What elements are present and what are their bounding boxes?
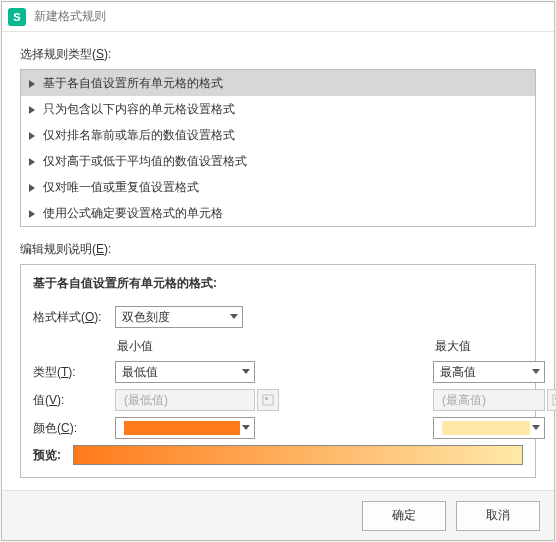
svg-marker-0 bbox=[29, 80, 35, 88]
rule-type-item[interactable]: 仅对唯一值或重复值设置格式 bbox=[21, 174, 535, 200]
rule-type-label-key: S bbox=[96, 47, 104, 61]
type-min-value: 最低值 bbox=[122, 364, 158, 381]
type-max-combo[interactable]: 最高值 bbox=[433, 361, 545, 383]
type-max-value: 最高值 bbox=[440, 364, 476, 381]
color-label-suffix: ): bbox=[70, 421, 77, 435]
svg-marker-3 bbox=[29, 158, 35, 166]
preview-label: 预览: bbox=[33, 447, 73, 464]
columns-header: 最小值 最大值 bbox=[33, 338, 523, 355]
value-max-field bbox=[440, 392, 540, 408]
new-format-rule-dialog: S 新建格式规则 选择规则类型(S): 基于各自值设置所有单元格的格式只为包含以… bbox=[1, 1, 555, 541]
chevron-down-icon bbox=[242, 369, 250, 375]
svg-marker-5 bbox=[29, 210, 35, 218]
svg-marker-6 bbox=[230, 314, 238, 319]
rule-type-item-label: 仅对高于或低于平均值的数值设置格式 bbox=[43, 153, 247, 170]
color-label-prefix: 颜色( bbox=[33, 421, 61, 435]
chevron-down-icon bbox=[532, 369, 540, 375]
edit-rule-panel: 基于各自值设置所有单元格的格式: 格式样式(O): 双色刻度 最小值 最大值 bbox=[20, 264, 536, 478]
chevron-down-icon bbox=[230, 314, 238, 320]
type-label: 类型(T): bbox=[33, 364, 115, 381]
range-picker-icon bbox=[552, 394, 556, 406]
edit-desc-label-key: E bbox=[96, 242, 104, 256]
format-style-label-prefix: 格式样式( bbox=[33, 310, 85, 324]
app-logo-icon: S bbox=[8, 8, 26, 26]
chevron-down-icon bbox=[532, 425, 540, 431]
svg-marker-8 bbox=[532, 369, 540, 374]
value-min-input bbox=[115, 389, 255, 411]
rule-type-item-label: 基于各自值设置所有单元格的格式 bbox=[43, 75, 223, 92]
format-style-label-suffix: ): bbox=[94, 310, 101, 324]
chevron-down-icon bbox=[242, 425, 250, 431]
dialog-content: 选择规则类型(S): 基于各自值设置所有单元格的格式只为包含以下内容的单元格设置… bbox=[2, 32, 554, 490]
color-min-combo[interactable] bbox=[115, 417, 255, 439]
rule-type-item-label: 仅对排名靠前或靠后的数值设置格式 bbox=[43, 127, 235, 144]
triangle-right-icon bbox=[29, 80, 35, 86]
triangle-right-icon bbox=[29, 210, 35, 216]
value-min-field bbox=[122, 392, 250, 408]
color-label-key: C bbox=[61, 421, 70, 435]
edit-desc-label: 编辑规则说明(E): bbox=[20, 241, 536, 258]
rule-type-item[interactable]: 基于各自值设置所有单元格的格式 bbox=[21, 70, 535, 96]
cancel-button[interactable]: 取消 bbox=[456, 501, 540, 531]
format-style-row: 格式样式(O): 双色刻度 bbox=[33, 304, 523, 330]
rule-type-item[interactable]: 仅对高于或低于平均值的数值设置格式 bbox=[21, 148, 535, 174]
range-picker-icon bbox=[262, 394, 274, 406]
col-max-label: 最大值 bbox=[433, 338, 545, 355]
ok-button[interactable]: 确定 bbox=[362, 501, 446, 531]
type-min-combo[interactable]: 最低值 bbox=[115, 361, 255, 383]
rule-type-item[interactable]: 使用公式确定要设置格式的单元格 bbox=[21, 200, 535, 226]
edit-desc-label-suffix: ): bbox=[104, 242, 111, 256]
rule-type-item[interactable]: 只为包含以下内容的单元格设置格式 bbox=[21, 96, 535, 122]
value-label-prefix: 值( bbox=[33, 393, 49, 407]
value-max-input bbox=[433, 389, 545, 411]
titlebar: S 新建格式规则 bbox=[2, 2, 554, 32]
color-label: 颜色(C): bbox=[33, 420, 115, 437]
rule-type-item-label: 仅对唯一值或重复值设置格式 bbox=[43, 179, 199, 196]
type-label-suffix: ): bbox=[68, 365, 75, 379]
rule-type-list: 基于各自值设置所有单元格的格式只为包含以下内容的单元格设置格式仅对排名靠前或靠后… bbox=[20, 69, 536, 227]
format-style-label-key: O bbox=[85, 310, 94, 324]
type-label-prefix: 类型( bbox=[33, 365, 61, 379]
rule-type-item-label: 只为包含以下内容的单元格设置格式 bbox=[43, 101, 235, 118]
preview-gradient bbox=[73, 445, 523, 465]
rule-type-item[interactable]: 仅对排名靠前或靠后的数值设置格式 bbox=[21, 122, 535, 148]
preview-row: 预览: bbox=[33, 445, 523, 465]
type-row: 类型(T): 最低值 最高值 bbox=[33, 361, 523, 383]
edit-desc-label-prefix: 编辑规则说明( bbox=[20, 242, 96, 256]
color-max-combo[interactable] bbox=[433, 417, 545, 439]
color-max-swatch bbox=[442, 421, 530, 435]
color-row: 颜色(C): bbox=[33, 417, 523, 439]
rule-type-label-suffix: ): bbox=[104, 47, 111, 61]
rule-type-item-label: 使用公式确定要设置格式的单元格 bbox=[43, 205, 223, 222]
value-row: 值(V): bbox=[33, 389, 523, 411]
triangle-right-icon bbox=[29, 132, 35, 138]
edit-rule-title: 基于各自值设置所有单元格的格式: bbox=[33, 275, 523, 292]
value-label-suffix: ): bbox=[57, 393, 64, 407]
svg-marker-7 bbox=[242, 369, 250, 374]
svg-marker-1 bbox=[29, 106, 35, 114]
rule-type-label-prefix: 选择规则类型( bbox=[20, 47, 96, 61]
value-label: 值(V): bbox=[33, 392, 115, 409]
ref-picker-max-button bbox=[547, 389, 556, 411]
value-label-key: V bbox=[49, 393, 57, 407]
triangle-right-icon bbox=[29, 184, 35, 190]
ref-picker-min-button bbox=[257, 389, 279, 411]
window-title: 新建格式规则 bbox=[34, 8, 106, 25]
format-style-combo[interactable]: 双色刻度 bbox=[115, 306, 243, 328]
triangle-right-icon bbox=[29, 158, 35, 164]
svg-marker-13 bbox=[242, 425, 250, 430]
col-min-label: 最小值 bbox=[115, 338, 255, 355]
triangle-right-icon bbox=[29, 106, 35, 112]
svg-marker-14 bbox=[532, 425, 540, 430]
dialog-footer: 确定 取消 bbox=[2, 490, 554, 540]
color-min-swatch bbox=[124, 421, 240, 435]
rule-type-label: 选择规则类型(S): bbox=[20, 46, 536, 63]
format-style-label: 格式样式(O): bbox=[33, 309, 115, 326]
svg-rect-10 bbox=[265, 397, 268, 400]
format-style-value: 双色刻度 bbox=[122, 309, 170, 326]
svg-marker-2 bbox=[29, 132, 35, 140]
svg-marker-4 bbox=[29, 184, 35, 192]
